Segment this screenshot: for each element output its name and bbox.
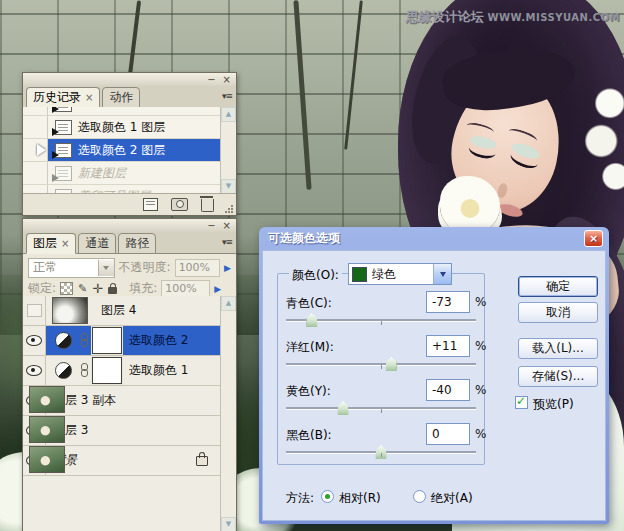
layer-row[interactable]: 图层 3 (23, 416, 220, 446)
adjustment-layer-icon[interactable] (55, 332, 72, 349)
opacity-value[interactable]: 100% (175, 259, 220, 277)
opacity-label: 不透明度: (119, 259, 171, 276)
adjustment-layer-icon[interactable] (55, 362, 72, 379)
layers-list: 图层 4 选取颜色 2 选取颜色 1 图层 3 副本 (23, 296, 221, 531)
tab-layers[interactable]: 图层× (26, 233, 76, 254)
layer-mask-thumbnail[interactable] (92, 357, 122, 384)
history-item[interactable]: 新建图层 (23, 162, 220, 185)
flower-at-mouth (440, 176, 500, 234)
layer-row-background[interactable]: 背景 (23, 446, 220, 476)
layer-row[interactable]: 图层 4 (23, 296, 220, 326)
yellow-slider-track[interactable] (286, 407, 476, 410)
layers-palette-titlebar: − × (23, 219, 236, 232)
dialog-close-button[interactable]: × (584, 230, 603, 247)
ok-button[interactable]: 确定 (518, 276, 598, 297)
black-slider-track[interactable] (286, 451, 476, 454)
history-palette-titlebar: − × (23, 73, 236, 86)
history-item-selected[interactable]: 选取颜色 2 图层 (23, 139, 220, 162)
tab-paths[interactable]: 路径 (118, 233, 156, 254)
color-swatch (352, 267, 367, 282)
fill-value[interactable]: 100% (161, 280, 210, 298)
black-value-input[interactable]: 0 (426, 423, 470, 445)
history-source-column[interactable] (23, 107, 48, 115)
save-button[interactable]: 存储(S)... (518, 366, 598, 387)
tab-history[interactable]: 历史记录× (26, 87, 100, 108)
history-item[interactable]: 选取颜色 1 图层 (23, 116, 220, 139)
fill-label: 填充: (129, 280, 157, 297)
layer-mask-thumbnail[interactable] (92, 327, 122, 354)
load-button[interactable]: 载入(L)... (518, 338, 598, 359)
tab-layers-label: 图层 (33, 236, 57, 250)
opacity-arrow-icon[interactable]: ▶ (224, 263, 231, 273)
flyout-menu-icon[interactable]: ▾≡ (222, 237, 232, 247)
blend-mode-value: 正常 (29, 259, 98, 276)
history-source-column[interactable] (23, 139, 48, 161)
lock-pixels-icon[interactable]: ✎ (78, 283, 87, 294)
minimize-icon[interactable]: − (207, 75, 215, 85)
history-item-partial[interactable] (23, 107, 220, 116)
minimize-icon[interactable]: − (207, 221, 215, 231)
tab-actions[interactable]: 动作 (102, 87, 140, 108)
chevron-down-icon[interactable] (433, 264, 451, 284)
history-scrollbar[interactable]: ▲ ▼ (220, 107, 236, 194)
tab-channels[interactable]: 通道 (78, 233, 116, 254)
close-icon[interactable]: × (223, 221, 231, 231)
history-item-label: 选取颜色 1 图层 (78, 119, 165, 136)
magenta-label: 洋红(M): (286, 339, 334, 356)
tab-close-icon[interactable]: × (85, 92, 93, 103)
layer-thumbnail[interactable] (29, 386, 65, 413)
photoshop-workspace: 思缘设计论坛 WWW.MISSYUAN.COM − × 历史记录× 动作 ▾≡ (0, 0, 624, 531)
flyout-menu-icon[interactable]: ▾≡ (222, 91, 232, 101)
lock-all-icon[interactable] (108, 287, 117, 294)
layer-row[interactable]: 图层 3 副本 (23, 386, 220, 416)
blend-mode-select[interactable]: 正常 (28, 258, 115, 278)
preview-checkbox[interactable]: ✓ (515, 396, 528, 409)
chevron-down-icon[interactable] (98, 260, 114, 276)
yellow-value-input[interactable]: -40 (426, 379, 470, 401)
dialog-titlebar[interactable]: 可选颜色选项 × (262, 227, 606, 250)
layer-row[interactable]: 选取颜色 1 (23, 356, 220, 386)
check-icon: ✓ (516, 394, 526, 408)
history-item-label: 新建图层 (78, 165, 126, 182)
history-source-column[interactable] (23, 116, 48, 138)
tab-close-icon[interactable]: × (61, 238, 69, 249)
layers-scrollbar[interactable]: ▲ ▼ (220, 296, 236, 531)
scroll-down-icon[interactable]: ▼ (221, 179, 236, 194)
magenta-slider-track[interactable] (286, 363, 476, 366)
history-source-column[interactable] (23, 162, 48, 184)
history-state-icon (55, 120, 72, 135)
new-snapshot-icon[interactable] (171, 198, 188, 211)
relative-radio[interactable] (321, 490, 334, 503)
visibility-toggle[interactable] (23, 296, 46, 325)
cancel-button[interactable]: 取消 (518, 302, 598, 323)
color-select-value: 绿色 (372, 266, 433, 283)
percent-sign: % (475, 383, 486, 397)
new-document-from-state-icon[interactable] (143, 198, 158, 211)
scroll-down-icon[interactable]: ▼ (221, 517, 236, 531)
close-icon[interactable]: × (223, 75, 231, 85)
percent-sign: % (475, 339, 486, 353)
fill-arrow-icon[interactable]: ▶ (214, 284, 221, 294)
scroll-up-icon[interactable]: ▲ (221, 296, 236, 311)
cyan-slider-track[interactable] (286, 319, 476, 322)
absolute-radio[interactable] (413, 490, 426, 503)
lock-position-icon[interactable]: ✛ (92, 283, 103, 294)
layer-thumbnail[interactable] (52, 297, 88, 324)
current-state-arrow-icon (37, 144, 46, 156)
color-select[interactable]: 绿色 (348, 263, 452, 285)
layer-row-selected[interactable]: 选取颜色 2 (23, 326, 220, 356)
visibility-toggle[interactable] (23, 356, 46, 385)
scroll-up-icon[interactable]: ▲ (221, 107, 236, 122)
hair-flower (578, 82, 624, 200)
lock-buttons: ✎ ✛ (60, 282, 117, 295)
delete-state-icon[interactable] (201, 199, 214, 212)
lock-transparency-icon[interactable] (60, 282, 73, 295)
layer-thumbnail[interactable] (29, 446, 65, 473)
yellow-label: 黄色(Y): (286, 383, 331, 400)
resize-grip[interactable] (225, 204, 234, 213)
black-label: 黑色(B): (286, 427, 332, 444)
layer-thumbnail[interactable] (29, 416, 65, 443)
magenta-value-input[interactable]: +11 (426, 335, 470, 357)
visibility-toggle[interactable] (23, 326, 46, 355)
cyan-value-input[interactable]: -73 (426, 291, 470, 313)
